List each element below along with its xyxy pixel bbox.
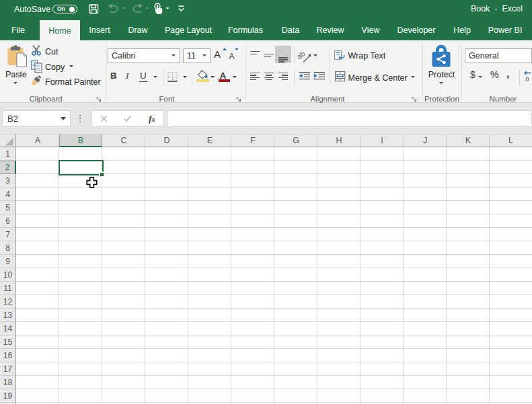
- svg-text:.0: .0: [524, 76, 529, 83]
- svg-text:ab: ab: [298, 49, 307, 60]
